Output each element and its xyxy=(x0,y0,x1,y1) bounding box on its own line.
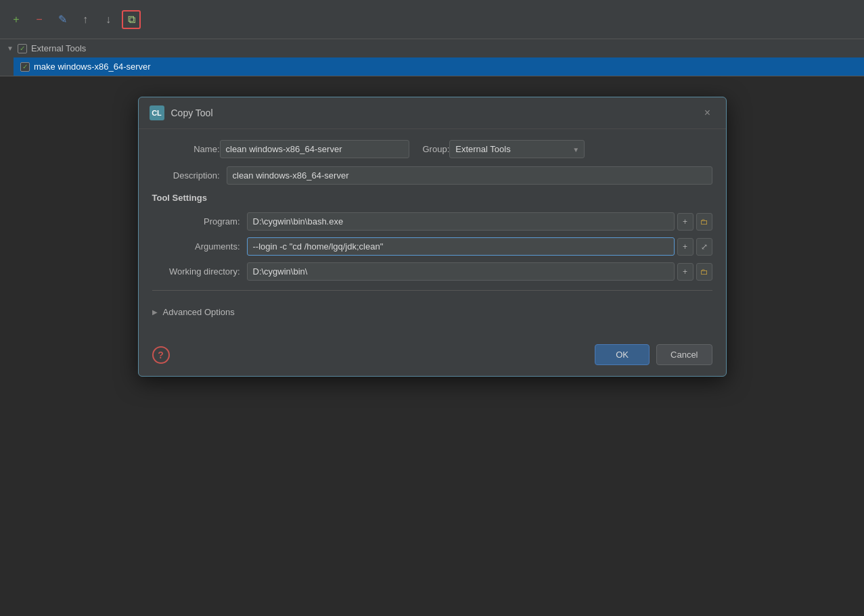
dialog-header: CL Copy Tool × xyxy=(139,97,726,129)
remove-button[interactable]: − xyxy=(30,10,49,29)
program-row: Program: + 🗀 xyxy=(152,212,712,231)
working-dir-row: Working directory: + 🗀 xyxy=(152,262,712,281)
working-dir-input-wrap: + 🗀 xyxy=(247,262,712,281)
group-select-wrapper: External Tools ▼ xyxy=(449,140,585,158)
add-button[interactable]: + xyxy=(7,10,26,29)
close-button[interactable]: × xyxy=(700,105,715,120)
dialog-footer: ? OK Cancel xyxy=(139,335,726,376)
description-row: Description: xyxy=(152,166,712,185)
advanced-chevron-icon: ▶ xyxy=(152,308,158,316)
description-label: Description: xyxy=(152,170,220,181)
program-browse-button[interactable]: 🗀 xyxy=(696,213,712,231)
tree-panel: ▼ ✓ External Tools ✓ make windows-x86_64… xyxy=(0,39,864,76)
arguments-expand-button[interactable]: ⤢ xyxy=(696,238,712,256)
program-label: Program: xyxy=(152,216,240,227)
arguments-label: Arguments: xyxy=(152,241,240,252)
move-down-button[interactable]: ↓ xyxy=(99,10,118,29)
edit-button[interactable]: ✎ xyxy=(53,10,72,29)
description-input[interactable] xyxy=(227,166,712,185)
name-label: Name: xyxy=(152,144,220,154)
group-label: Group: xyxy=(423,144,450,154)
group-checkbox[interactable]: ✓ xyxy=(18,44,27,53)
arguments-add-button[interactable]: + xyxy=(677,238,694,256)
toolbar: + − ✎ ↑ ↓ ⧉ xyxy=(0,0,864,39)
copy-tool-dialog: CL Copy Tool × Name: Group: External Too… xyxy=(138,97,727,377)
help-button[interactable]: ? xyxy=(152,346,170,364)
tool-settings-title: Tool Settings xyxy=(152,193,712,203)
copy-button[interactable]: ⧉ xyxy=(122,10,141,29)
working-dir-browse-button[interactable]: 🗀 xyxy=(696,263,712,281)
program-input[interactable] xyxy=(247,212,675,231)
tree-group-label: External Tools xyxy=(31,43,86,53)
divider xyxy=(152,290,712,291)
item-checkbox[interactable]: ✓ xyxy=(20,62,30,72)
cancel-button[interactable]: Cancel xyxy=(656,344,712,365)
working-dir-input[interactable] xyxy=(247,262,675,281)
working-dir-add-button[interactable]: + xyxy=(677,263,694,281)
group-select[interactable]: External Tools xyxy=(449,140,585,158)
name-group-row: Name: Group: External Tools ▼ xyxy=(152,140,712,158)
tree-group-row[interactable]: ▼ ✓ External Tools xyxy=(0,39,864,57)
arguments-input[interactable] xyxy=(247,237,675,256)
program-input-wrap: + 🗀 xyxy=(247,212,712,231)
dialog-icon: CL xyxy=(150,105,164,120)
program-add-button[interactable]: + xyxy=(677,213,694,231)
arguments-input-wrap: + ⤢ xyxy=(247,237,712,256)
footer-buttons: OK Cancel xyxy=(595,344,712,365)
move-up-button[interactable]: ↑ xyxy=(76,10,95,29)
dialog-title: Copy Tool xyxy=(171,108,694,118)
name-input[interactable] xyxy=(220,140,409,158)
ok-button[interactable]: OK xyxy=(595,344,650,365)
group-chevron-icon: ▼ xyxy=(7,45,14,52)
advanced-options-row[interactable]: ▶ Advanced Options xyxy=(152,300,712,324)
working-dir-label: Working directory: xyxy=(152,266,240,277)
tree-item-row[interactable]: ✓ make windows-x86_64-server xyxy=(14,57,864,76)
dialog-body: Name: Group: External Tools ▼ Descriptio… xyxy=(139,129,726,335)
arguments-row: Arguments: + ⤢ xyxy=(152,237,712,256)
tree-item-label: make windows-x86_64-server xyxy=(34,62,151,72)
advanced-options-label: Advanced Options xyxy=(163,307,235,317)
